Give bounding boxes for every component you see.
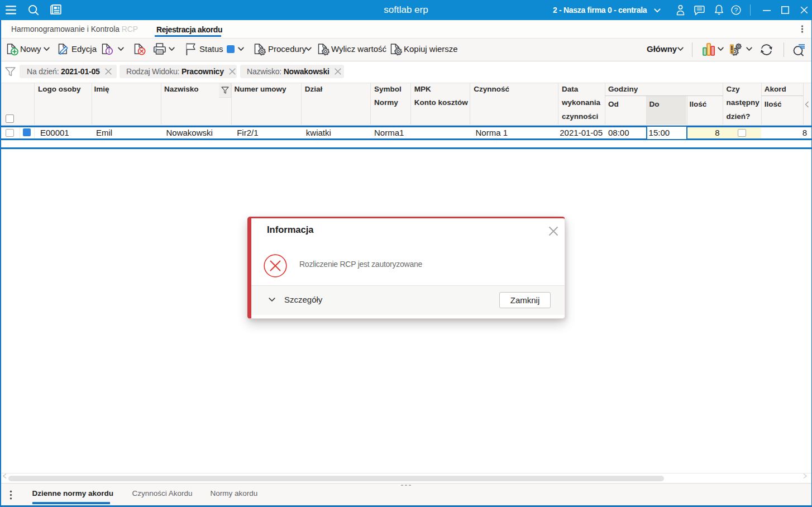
svg-text:?: ? — [734, 7, 738, 13]
